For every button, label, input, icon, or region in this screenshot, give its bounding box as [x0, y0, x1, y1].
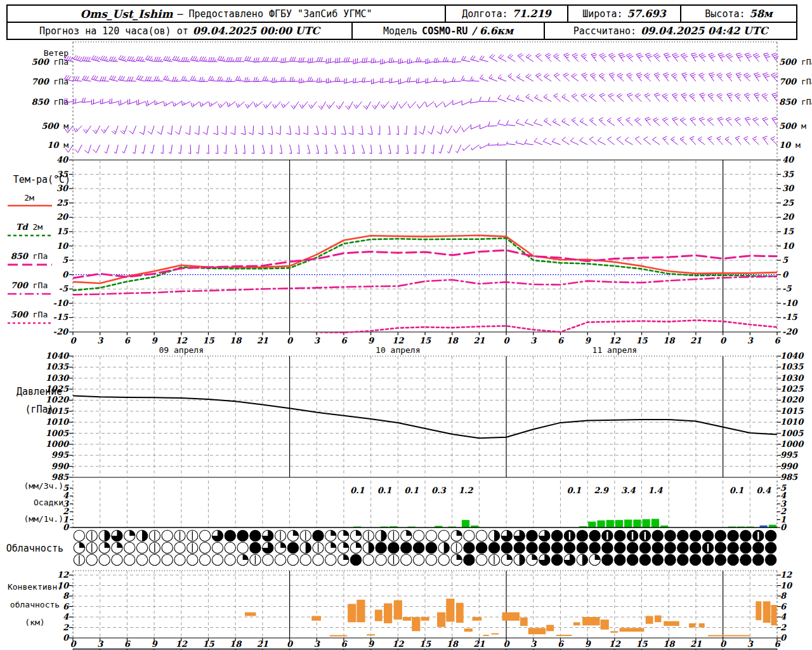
- convective-cloud-block: [311, 616, 321, 620]
- cloud-okta-symbol: [388, 542, 399, 553]
- svg-text:1020: 1020: [780, 395, 804, 404]
- svg-text:15: 15: [782, 227, 794, 236]
- svg-text:5: 5: [782, 255, 789, 265]
- convective-cloud-block: [403, 617, 411, 621]
- svg-text:-20: -20: [53, 327, 69, 336]
- svg-text:10: 10: [56, 241, 69, 251]
- cloud-okta-symbol: [438, 554, 449, 565]
- svg-text:700 гПа: 700 гПа: [779, 77, 812, 86]
- convective-cloud-block: [446, 599, 454, 621]
- cloud-okta-symbol: [577, 542, 587, 553]
- convective-cloud-block: [245, 613, 256, 616]
- convective-cloud-block: [367, 634, 375, 635]
- convective-cloud-block: [655, 616, 661, 623]
- svg-text:10 м: 10 м: [47, 140, 69, 150]
- svg-text:0.1: 0.1: [350, 486, 365, 495]
- cloud-okta-symbol: [199, 542, 210, 553]
- svg-text:6: 6: [558, 336, 565, 345]
- cloud-okta-symbol: [237, 542, 248, 553]
- convective-cloud-block: [421, 617, 429, 621]
- svg-text:1040: 1040: [46, 351, 70, 361]
- cloud-okta-symbol: [401, 542, 412, 553]
- svg-text:12: 12: [609, 639, 621, 649]
- svg-text:0: 0: [287, 639, 294, 649]
- precip-panel: 554433221100(мм/3ч.)Осадки(мм/1ч.)0.10.1…: [23, 481, 787, 532]
- svg-text:25: 25: [56, 198, 69, 208]
- svg-text:11 апреля: 11 апреля: [593, 345, 637, 355]
- svg-text:40: 40: [56, 155, 69, 164]
- precip-bar: [624, 520, 632, 527]
- svg-text:700 гПа: 700 гПа: [11, 281, 48, 290]
- svg-text:3: 3: [97, 336, 103, 345]
- cloud-okta-symbol: [162, 542, 173, 553]
- svg-text:1035: 1035: [46, 362, 69, 371]
- svg-text:-5: -5: [59, 284, 69, 293]
- cloud-okta-symbol: [376, 554, 386, 565]
- svg-text:0.3: 0.3: [431, 486, 447, 495]
- cloud-okta-symbol: [551, 530, 562, 541]
- precip-bar: [615, 520, 623, 527]
- cloud-okta-symbol: [174, 542, 185, 553]
- svg-text:-15: -15: [782, 312, 797, 322]
- svg-text:3: 3: [97, 639, 103, 649]
- svg-text:850 гПа: 850 гПа: [32, 97, 69, 107]
- svg-text:12: 12: [392, 639, 404, 649]
- svg-text:12: 12: [609, 336, 621, 345]
- svg-text:500 гПа: 500 гПа: [32, 57, 69, 67]
- convective-cloud-block: [502, 613, 520, 621]
- svg-text:Осадки: Осадки: [34, 498, 63, 507]
- svg-text:500 гПа: 500 гПа: [779, 57, 812, 67]
- convective-cloud-block: [412, 617, 420, 631]
- cloud-okta-symbol: [652, 530, 663, 541]
- svg-text:10 м: 10 м: [779, 140, 801, 150]
- convective-cloud-block: [491, 633, 499, 635]
- cloud-okta-symbol: [263, 554, 273, 565]
- convective-cloud-block: [357, 600, 365, 623]
- cloud-okta-symbol: [313, 530, 324, 541]
- precip-bar: [597, 521, 605, 527]
- cloud-okta-symbol: [300, 554, 311, 565]
- svg-text:18: 18: [230, 639, 242, 649]
- svg-text:6: 6: [774, 336, 781, 345]
- svg-text:995: 995: [51, 450, 69, 460]
- svg-text:21: 21: [257, 639, 268, 649]
- svg-text:облачность: облачность: [10, 600, 60, 609]
- svg-text:2.9: 2.9: [594, 486, 610, 495]
- cloud-okta-symbol: [413, 542, 424, 553]
- svg-text:10 апреля: 10 апреля: [376, 345, 420, 355]
- svg-text:3: 3: [314, 336, 320, 345]
- cloud-okta-symbol: [413, 554, 424, 565]
- cloud-okta-symbol: [325, 554, 336, 565]
- cloud-okta-symbol: [86, 554, 97, 565]
- cloud-okta-symbol: [488, 542, 499, 553]
- svg-text:18: 18: [663, 639, 676, 649]
- svg-text:3: 3: [747, 336, 754, 345]
- svg-text:21: 21: [690, 336, 702, 345]
- svg-text:0: 0: [780, 633, 787, 642]
- cloud-okta-symbol: [527, 530, 537, 541]
- svg-text:15: 15: [56, 227, 69, 236]
- svg-text:6: 6: [558, 639, 565, 649]
- cloud-okta-symbol: [476, 542, 487, 553]
- cloud-okta-symbol: [728, 554, 738, 565]
- convective-cloud-block: [664, 621, 679, 626]
- convective-cloud-block: [601, 620, 609, 630]
- svg-text:(км): (км): [25, 618, 44, 627]
- wind-panel: Ветер500 гПа500 гПа700 гПа700 гПа850 гПа…: [32, 42, 812, 157]
- cloud-okta-symbol: [438, 530, 449, 541]
- svg-text:1035: 1035: [780, 362, 804, 371]
- convective-cloud-block: [384, 604, 392, 623]
- svg-text:6: 6: [124, 639, 131, 649]
- svg-text:-5: -5: [782, 284, 792, 293]
- cloud-okta-symbol: [753, 554, 764, 565]
- svg-text:1015: 1015: [780, 406, 804, 416]
- convective-cloud-block: [620, 628, 645, 632]
- convective-cloud-block: [699, 623, 705, 628]
- cloud-okta-symbol: [702, 530, 713, 541]
- svg-text:700 гПа: 700 гПа: [32, 77, 69, 86]
- svg-text:Td 2м: Td 2м: [16, 222, 43, 232]
- svg-text:850 гПа: 850 гПа: [11, 251, 48, 261]
- precip-bar: [588, 522, 596, 527]
- svg-text:500 м: 500 м: [41, 121, 69, 131]
- convective-cloud-block: [771, 605, 777, 625]
